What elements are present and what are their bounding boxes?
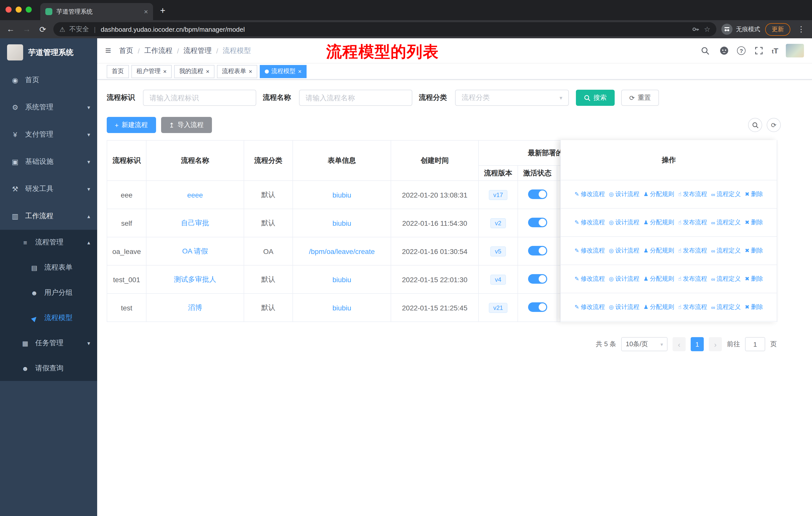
breadcrumb-process-management[interactable]: 流程管理	[183, 46, 212, 55]
assign-rule-action[interactable]: ♟分配规则	[643, 303, 674, 311]
toggle-search-button[interactable]	[748, 118, 762, 132]
edit-process-action[interactable]: ✎修改流程	[575, 218, 605, 227]
model-name-link[interactable]: OA 请假	[182, 247, 208, 255]
edit-process-action[interactable]: ✎修改流程	[575, 246, 605, 255]
goto-page-input[interactable]	[745, 337, 765, 351]
assign-rule-action[interactable]: ♟分配规则	[643, 190, 674, 198]
process-id-input[interactable]	[143, 90, 256, 106]
model-name-link[interactable]: eeee	[187, 191, 203, 199]
address-bar[interactable]: ⚠ 不安全 | dashboard.yudao.iocoder.cn/bpm/m…	[53, 22, 716, 36]
close-icon[interactable]: ×	[206, 68, 209, 75]
process-name-input[interactable]	[299, 90, 412, 106]
reload-icon[interactable]: ⟳	[37, 24, 48, 34]
assign-rule-action[interactable]: ♟分配规则	[643, 218, 674, 227]
create-process-button[interactable]: + 新建流程	[107, 117, 156, 133]
tag-process-model[interactable]: 流程模型 ×	[260, 65, 307, 78]
active-toggle[interactable]	[528, 274, 547, 283]
password-key-icon[interactable]	[692, 25, 700, 33]
update-button[interactable]: 更新	[765, 23, 790, 35]
page-number-button[interactable]: 1	[691, 337, 704, 351]
form-info-link[interactable]: biubiu	[332, 191, 351, 199]
tab-close-icon[interactable]: ×	[144, 7, 148, 16]
active-toggle[interactable]	[528, 246, 547, 255]
publish-process-action[interactable]: ☝发布流程	[678, 303, 707, 311]
close-window-button[interactable]	[5, 6, 11, 12]
sidebar-item-workflow[interactable]: ▥ 工作流程 ▴	[0, 202, 97, 230]
sidebar-item-process-form[interactable]: ▤ 流程表单	[0, 255, 97, 280]
publish-process-action[interactable]: ☝发布流程	[678, 275, 707, 283]
breadcrumb-workflow[interactable]: 工作流程	[144, 46, 172, 55]
process-definition-action[interactable]: ∞流程定义	[711, 246, 741, 255]
tag-my-process[interactable]: 我的流程 ×	[174, 65, 214, 78]
url-text[interactable]: dashboard.yudao.iocoder.cn/bpm/manager/m…	[101, 25, 688, 33]
prev-page-button[interactable]: ‹	[672, 337, 686, 351]
design-process-action[interactable]: ◎设计流程	[609, 275, 639, 283]
publish-process-action[interactable]: ☝发布流程	[678, 218, 707, 227]
next-page-button[interactable]: ›	[709, 337, 722, 351]
publish-process-action[interactable]: ☝发布流程	[678, 190, 707, 198]
bookmark-star-icon[interactable]: ☆	[704, 25, 710, 33]
breadcrumb-home[interactable]: 首页	[119, 46, 133, 55]
tag-home[interactable]: 首页	[107, 65, 129, 78]
user-avatar[interactable]	[786, 44, 804, 57]
forward-icon[interactable]: →	[21, 25, 32, 34]
delete-action[interactable]: ✖删除	[745, 303, 763, 311]
active-toggle[interactable]	[528, 217, 547, 227]
close-icon[interactable]: ×	[249, 68, 252, 75]
sidebar-item-payment[interactable]: ¥ 支付管理 ▾	[0, 121, 97, 148]
import-process-button[interactable]: ↥ 导入流程	[161, 117, 212, 133]
model-name-link[interactable]: 滔博	[188, 303, 202, 311]
font-size-icon[interactable]: tT	[772, 46, 778, 55]
publish-process-action[interactable]: ☝发布流程	[678, 246, 707, 255]
assign-rule-action[interactable]: ♟分配规则	[643, 246, 674, 255]
search-icon[interactable]	[700, 45, 711, 56]
form-info-link[interactable]: biubiu	[332, 219, 351, 227]
form-info-link[interactable]: biubiu	[332, 275, 351, 283]
edit-process-action[interactable]: ✎修改流程	[575, 275, 605, 283]
help-icon[interactable]: ?	[737, 46, 746, 55]
tag-tenant-management[interactable]: 租户管理 ×	[132, 65, 172, 78]
design-process-action[interactable]: ◎设计流程	[609, 303, 639, 311]
process-category-select[interactable]: 流程分类 ▾	[455, 90, 569, 106]
delete-action[interactable]: ✖删除	[745, 246, 763, 255]
maximize-window-button[interactable]	[26, 6, 32, 12]
sidebar-item-task-management[interactable]: ▦ 任务管理 ▾	[0, 331, 97, 356]
sidebar-item-infrastructure[interactable]: ▣ 基础设施 ▾	[0, 148, 97, 175]
form-info-link[interactable]: biubiu	[332, 304, 351, 312]
delete-action[interactable]: ✖删除	[745, 190, 763, 198]
edit-process-action[interactable]: ✎修改流程	[575, 190, 605, 198]
sidebar-item-leave-query[interactable]: ☻ 请假查询	[0, 356, 97, 381]
close-icon[interactable]: ×	[298, 68, 301, 75]
model-name-link[interactable]: 测试多审批人	[174, 275, 216, 283]
minimize-window-button[interactable]	[16, 6, 22, 12]
sidebar-item-user-group[interactable]: ☻ 用户分组	[0, 280, 97, 305]
active-toggle[interactable]	[528, 189, 547, 199]
process-definition-action[interactable]: ∞流程定义	[711, 275, 741, 283]
page-size-select[interactable]: 10条/页 ▾	[621, 337, 668, 351]
sidebar-item-process-model[interactable]: ▶ 流程模型	[0, 305, 97, 331]
new-tab-button[interactable]: +	[160, 5, 165, 16]
app-logo[interactable]: 芋道管理系统	[0, 38, 97, 66]
search-button[interactable]: 搜索	[576, 90, 615, 106]
model-name-link[interactable]: 自己审批	[181, 218, 209, 226]
sidebar-fold-icon[interactable]: ≡	[105, 45, 111, 56]
security-label[interactable]: 不安全	[69, 25, 89, 34]
sidebar-item-process-management[interactable]: ≡ 流程管理 ▴	[0, 230, 97, 255]
sidebar-item-system[interactable]: ⚙ 系统管理 ▾	[0, 94, 97, 121]
close-icon[interactable]: ×	[163, 68, 167, 75]
reset-button[interactable]: ⟳ 重置	[621, 90, 659, 106]
process-definition-action[interactable]: ∞流程定义	[711, 218, 741, 227]
tag-process-form[interactable]: 流程表单 ×	[217, 65, 257, 78]
active-toggle[interactable]	[528, 302, 547, 312]
assign-rule-action[interactable]: ♟分配规则	[643, 275, 674, 283]
browser-menu-icon[interactable]: ⋮	[795, 25, 807, 34]
design-process-action[interactable]: ◎设计流程	[609, 246, 639, 255]
sidebar-item-home[interactable]: ◉ 首页	[0, 66, 97, 94]
browser-tab[interactable]: 芋道管理系统 ×	[40, 3, 153, 20]
design-process-action[interactable]: ◎设计流程	[609, 190, 639, 198]
delete-action[interactable]: ✖删除	[745, 218, 763, 227]
process-definition-action[interactable]: ∞流程定义	[711, 190, 741, 198]
back-icon[interactable]: ←	[5, 25, 16, 34]
design-process-action[interactable]: ◎设计流程	[609, 218, 639, 227]
refresh-table-button[interactable]: ⟳	[767, 118, 781, 132]
